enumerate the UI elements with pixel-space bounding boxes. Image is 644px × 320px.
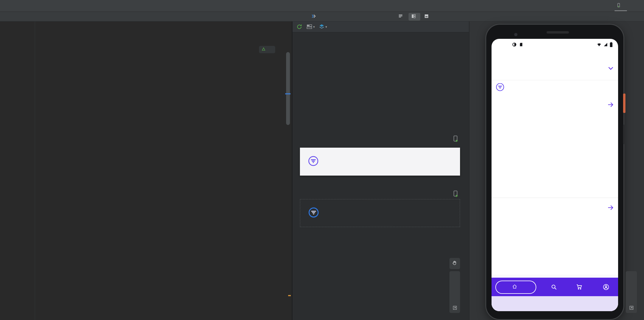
wifi-icon [597, 42, 602, 47]
live-edit-icon [311, 13, 317, 20]
phone-power-button [623, 94, 625, 113]
gutter-divider [35, 21, 35, 320]
scrollbar-mark-blue [285, 93, 291, 94]
zoom-in-button[interactable] [449, 271, 460, 282]
chevron-down-icon [608, 65, 614, 73]
emulator-panel [469, 21, 644, 320]
section-header-picks [492, 101, 618, 110]
arrow-right-icon[interactable] [607, 204, 614, 212]
zoom-actual-button[interactable] [449, 292, 460, 303]
tab-emulator[interactable] [613, 0, 628, 12]
filterbar-preview-dark [300, 199, 460, 227]
run-on-device-icon[interactable] [452, 135, 459, 144]
filter-icon [308, 156, 319, 168]
preview-zoom-controls [449, 271, 460, 313]
pan-button[interactable] [449, 258, 460, 269]
mode-design-button[interactable] [421, 13, 433, 21]
mode-code-button[interactable] [396, 13, 407, 21]
filter-icon[interactable] [496, 83, 504, 92]
notification-circle-icon [512, 42, 517, 47]
divider [492, 198, 618, 198]
inspections-icon [261, 47, 266, 52]
editor-tab-bar [0, 0, 644, 12]
nav-home-button[interactable] [495, 281, 536, 294]
run-on-device-icon[interactable] [452, 190, 459, 199]
search-icon[interactable] [550, 284, 557, 292]
status-bar [492, 39, 618, 51]
android-studio-window: ▾ ▾ [0, 0, 644, 320]
split-mode-icon [411, 14, 416, 20]
preview-toolbar: ▾ ▾ [293, 21, 469, 32]
inspections-widget[interactable] [259, 46, 275, 53]
zoom-out-button[interactable] [626, 282, 637, 292]
section-header-popular [492, 204, 618, 213]
bottom-nav-bar [492, 278, 618, 296]
editor-toolbar [0, 12, 644, 21]
scrollbar-mark-orange [288, 295, 291, 296]
battery-icon [610, 42, 613, 47]
zoom-fit-button[interactable] [449, 303, 460, 313]
zoom-actual-button[interactable] [626, 292, 637, 303]
home-icon [512, 284, 517, 291]
emulator-screen[interactable] [492, 39, 618, 311]
layers-icon[interactable]: ▾ [318, 24, 327, 30]
divider [492, 275, 618, 275]
divider [492, 80, 618, 80]
mode-split-button[interactable] [409, 13, 420, 21]
code-editor[interactable] [0, 21, 292, 320]
arrow-right-icon[interactable] [607, 101, 614, 109]
filter-bar [492, 83, 618, 92]
layout-variants-icon[interactable]: ▾ [306, 24, 315, 30]
delivery-selector[interactable] [492, 62, 618, 76]
cart-icon[interactable] [576, 284, 583, 292]
phone-camera-dot [514, 33, 517, 36]
phone-volume-button [623, 125, 625, 144]
signal-icon [603, 42, 608, 47]
live-edit-control[interactable] [311, 12, 321, 21]
code-mode-icon [398, 14, 403, 20]
system-status-icons [597, 42, 613, 47]
design-mode-icon [424, 14, 429, 20]
zoom-fit-button[interactable] [626, 303, 637, 313]
android-nav-bar [492, 296, 618, 311]
tab-bar-right [609, 0, 644, 11]
notification-icons [512, 42, 523, 47]
phone-speaker [547, 31, 569, 34]
emulator-zoom-controls [626, 271, 637, 313]
zoom-in-button[interactable] [626, 271, 637, 282]
build-refresh-icon[interactable] [296, 24, 303, 30]
profile-icon[interactable] [602, 284, 610, 292]
filterbar-preview-light [300, 148, 460, 176]
sd-card-icon [519, 42, 523, 47]
phone-frame [486, 25, 623, 319]
zoom-out-button[interactable] [449, 282, 460, 292]
pan-hand-icon [449, 258, 460, 269]
phone-icon [616, 3, 621, 9]
filter-icon [308, 207, 319, 219]
editor-scrollbar[interactable] [286, 52, 290, 125]
compose-preview-pane: ▾ ▾ [293, 21, 469, 320]
